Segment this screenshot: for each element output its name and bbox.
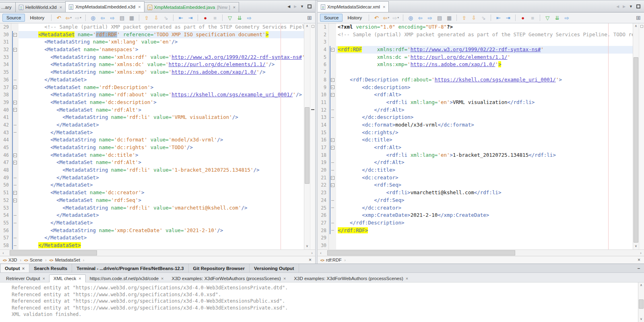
- scroll-left-icon[interactable]: ‹: [318, 251, 324, 255]
- toggle-rectangular-selection-icon[interactable]: ▦: [445, 13, 454, 22]
- close-tab-icon[interactable]: ×: [283, 276, 286, 281]
- breadcrumb-item[interactable]: X3D: [8, 258, 17, 262]
- dropdown-arrow-icon[interactable]: ▾: [397, 16, 399, 19]
- dropdown-arrow-icon[interactable]: ▾: [388, 16, 389, 19]
- toggle-highlight-search-icon[interactable]: ▤: [435, 13, 444, 22]
- horizontal-scrollbar[interactable]: ‹›: [318, 249, 644, 256]
- previous-bookmark-icon[interactable]: ⇧: [460, 13, 469, 22]
- close-tab-icon[interactable]: ×: [42, 276, 45, 281]
- vertical-scrollbar[interactable]: ∧∨: [633, 23, 639, 249]
- source-view-button[interactable]: Source: [2, 14, 25, 22]
- code-area[interactable]: 1<?xml version="1.0" encoding="UTF-8"?>2…: [318, 23, 633, 249]
- stop-macro-recording-icon[interactable]: ■: [528, 13, 537, 22]
- output-inner-tab[interactable]: https://svn.code.sf.net/p/x3d/code×: [86, 275, 168, 282]
- close-tab-icon[interactable]: ×: [22, 266, 25, 271]
- find-previous-icon[interactable]: ⇦: [416, 13, 425, 22]
- fold-collapse-icon[interactable]: −: [13, 48, 17, 52]
- breadcrumb-item[interactable]: MetadataSet: [55, 258, 80, 262]
- scroll-right-icon[interactable]: ›: [309, 251, 315, 255]
- toggle-bookmark-icon[interactable]: ⇘: [161, 13, 170, 22]
- scroll-tabs-right-icon[interactable]: ▶: [294, 4, 297, 8]
- fold-collapse-icon[interactable]: −: [13, 161, 17, 164]
- scroll-down-icon[interactable]: ∨: [638, 316, 644, 322]
- jump-last-edit-icon[interactable]: ↶: [54, 13, 63, 22]
- toggle-bookmark-icon[interactable]: ⇘: [479, 13, 488, 22]
- scroll-left-icon[interactable]: ‹: [0, 251, 6, 255]
- scroll-tabs-right-icon[interactable]: ▶: [623, 4, 625, 8]
- output-window-tab[interactable]: Output×: [0, 264, 29, 272]
- output-window-tab[interactable]: Search Results: [29, 264, 72, 272]
- scrollbar-thumb[interactable]: [10, 250, 97, 256]
- next-bookmark-icon[interactable]: ⇩: [469, 13, 478, 22]
- scroll-up-icon[interactable]: ∧: [633, 23, 639, 29]
- output-window-tab[interactable]: Git Repository Browser: [189, 264, 250, 272]
- close-tab-icon[interactable]: ×: [233, 5, 235, 10]
- maximize-icon[interactable]: [308, 4, 312, 8]
- fold-collapse-icon[interactable]: −: [13, 199, 17, 202]
- toggle-highlight-search-icon[interactable]: ▤: [118, 13, 126, 22]
- code-area[interactable]: 29 <!-- Sample (partial) XMP packet gene…: [0, 23, 304, 249]
- fold-collapse-icon[interactable]: −: [331, 138, 334, 142]
- vertical-scrollbar[interactable]: ∧∨: [304, 23, 310, 249]
- close-breadcrumb-icon[interactable]: ×: [309, 257, 312, 263]
- dropdown-arrow-icon[interactable]: ▾: [70, 16, 72, 19]
- fold-collapse-icon[interactable]: −: [331, 85, 334, 89]
- scroll-down-icon[interactable]: ∨: [304, 243, 310, 249]
- previous-bookmark-icon[interactable]: ⇧: [142, 13, 151, 22]
- tab-list-dropdown-icon[interactable]: ▼: [629, 4, 633, 8]
- close-tab-icon[interactable]: ×: [138, 4, 140, 9]
- fold-collapse-icon[interactable]: −: [13, 85, 17, 89]
- shift-line-right-icon[interactable]: ⇥: [504, 13, 512, 22]
- fold-collapse-icon[interactable]: −: [13, 108, 17, 112]
- minimize-output-icon[interactable]: −: [634, 264, 644, 272]
- editor-tab[interactable]: XmpMetadataEmbedded.x3d×: [65, 1, 144, 12]
- split-document-icon[interactable]: ⊞: [307, 15, 312, 21]
- start-macro-recording-icon[interactable]: ●: [201, 13, 210, 22]
- scroll-tabs-left-icon[interactable]: ◀: [616, 4, 619, 8]
- scroll-right-icon[interactable]: ›: [638, 251, 644, 255]
- fold-collapse-icon[interactable]: −: [331, 78, 334, 82]
- back-icon[interactable]: ⇦▾: [64, 13, 73, 22]
- close-tab-icon[interactable]: ×: [78, 276, 81, 281]
- start-macro-recording-icon[interactable]: ●: [518, 13, 527, 22]
- fold-collapse-icon[interactable]: −: [331, 146, 334, 150]
- editor-tab[interactable]: XmpMetadataEmbedded.java [New ]×: [144, 2, 239, 12]
- scrollbar-track[interactable]: [6, 250, 309, 256]
- shift-line-left-icon[interactable]: ⇤: [176, 13, 185, 22]
- horizontal-scrollbar[interactable]: ‹›: [0, 249, 315, 256]
- editor-tab[interactable]: ...ary: [0, 2, 16, 12]
- output-inner-tab[interactable]: XML check×: [49, 274, 86, 283]
- scroll-up-icon[interactable]: ∧: [638, 283, 644, 288]
- source-view-button[interactable]: Source: [320, 14, 343, 22]
- forward-icon[interactable]: ⇨▾: [391, 13, 400, 22]
- output-scrollbar[interactable]: ∧∨: [638, 283, 644, 322]
- find-selection-icon[interactable]: ◎: [89, 13, 97, 22]
- run-xsl-transformation-icon[interactable]: ⇨: [245, 13, 254, 22]
- scroll-tabs-left-icon[interactable]: ◀: [287, 4, 290, 8]
- split-document-icon[interactable]: ⊞: [636, 15, 641, 21]
- close-tab-icon[interactable]: ×: [161, 276, 163, 281]
- scrollbar-thumb[interactable]: [634, 57, 638, 243]
- scrollbar-track[interactable]: [324, 250, 638, 256]
- close-breadcrumb-icon[interactable]: ×: [638, 257, 641, 263]
- find-selection-icon[interactable]: ◎: [406, 13, 415, 22]
- output-inner-tab[interactable]: X3D examples: X3dForWebAuthors (processS…: [290, 275, 412, 282]
- fold-collapse-icon[interactable]: −: [13, 101, 17, 104]
- jump-last-edit-icon[interactable]: ↶: [372, 13, 381, 22]
- check-xml-icon[interactable]: ▽: [225, 13, 234, 22]
- close-tab-icon[interactable]: ×: [406, 276, 408, 281]
- history-view-button[interactable]: History: [26, 14, 48, 22]
- output-inner-tab[interactable]: X3D examples: X3dForWebAuthors (processS…: [167, 275, 290, 282]
- fold-collapse-icon[interactable]: −: [331, 48, 334, 52]
- stop-macro-recording-icon[interactable]: ■: [211, 13, 219, 22]
- close-tab-icon[interactable]: ×: [60, 5, 62, 10]
- editor-tab[interactable]: XmpMetadataSidecar.xml×: [318, 1, 389, 12]
- fold-collapse-icon[interactable]: −: [331, 93, 334, 97]
- scroll-down-icon[interactable]: ∨: [633, 243, 639, 249]
- scrollbar-thumb[interactable]: [305, 107, 310, 184]
- output-inner-tab[interactable]: Retriever Output×: [2, 275, 49, 282]
- output-window-tab[interactable]: Terminal - ...drive/c/Program Files/NetB…: [72, 264, 188, 272]
- validate-xml-icon[interactable]: ⇊: [235, 13, 244, 22]
- scrollbar-thumb[interactable]: [639, 299, 644, 309]
- history-view-button[interactable]: History: [343, 14, 366, 22]
